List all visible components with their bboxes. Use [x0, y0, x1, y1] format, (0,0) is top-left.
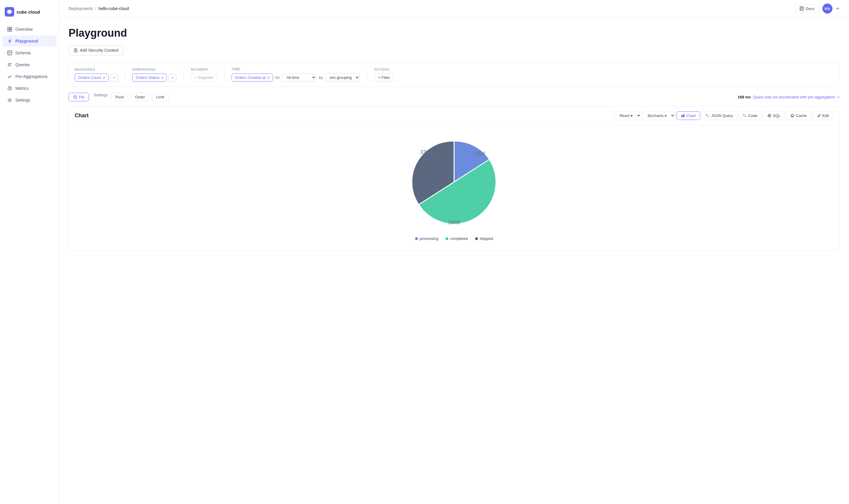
divider-4	[367, 69, 367, 80]
svg-rect-14	[681, 115, 682, 117]
tab-sql[interactable]: SQL	[763, 111, 785, 120]
add-security-context-button[interactable]: Add Security Context	[69, 45, 124, 55]
sidebar-item-label-schema: Schema	[15, 51, 31, 55]
segment-placeholder-label: + Segment	[195, 75, 213, 80]
svg-rect-4	[10, 30, 12, 31]
remove-dimension-icon[interactable]: ×	[161, 76, 163, 80]
sidebar-item-overview[interactable]: Overview	[2, 24, 56, 35]
tab-chart[interactable]: Chart	[676, 111, 700, 120]
chart-panel-title: Chart	[75, 112, 89, 119]
sidebar-item-label-settings: Settings	[15, 98, 31, 103]
sidebar-item-pre-aggregations[interactable]: Pre-Aggregations	[2, 71, 56, 82]
measure-tag-orders-count[interactable]: Orders Count ×	[75, 74, 108, 82]
remove-time-icon[interactable]: ×	[267, 76, 270, 80]
divider-3	[224, 69, 224, 80]
segment-section: SEGMENT + Segment	[191, 68, 217, 82]
dimensions-section: DIMENSIONS Orders Status × +	[132, 68, 176, 82]
query-builder: MEASURES Orders Count × + DIMENSIONS	[69, 62, 839, 87]
legend-label-shipped: shipped	[480, 236, 493, 241]
svg-rect-16	[684, 114, 684, 117]
time-range-select[interactable]: All time Last 7 days Last 30 days	[282, 73, 317, 82]
measure-tag-label: Orders Count	[78, 75, 101, 80]
pre-aggregation-link[interactable]: Query was not accelerated with pre-aggre…	[753, 95, 839, 99]
add-filter-button[interactable]: + Filter	[374, 74, 394, 82]
tab-cache[interactable]: Cache	[786, 111, 812, 120]
pivot-button[interactable]: Pivot	[111, 93, 128, 101]
sidebar-item-playground[interactable]: Playground	[2, 35, 56, 47]
sql-icon	[767, 114, 771, 118]
legend-dot-shipped	[475, 237, 478, 240]
pie-label-completed: 3346	[448, 219, 460, 226]
legend-dot-processing	[415, 237, 418, 240]
time-field-label: Orders Created at	[235, 75, 266, 80]
add-dimension-button[interactable]: +	[169, 74, 176, 82]
svg-point-18	[791, 114, 794, 117]
order-button[interactable]: Order	[130, 93, 149, 101]
tab-json-query[interactable]: JSON Query	[701, 111, 737, 120]
segment-label: SEGMENT	[191, 68, 217, 71]
remove-measure-icon[interactable]: ×	[103, 76, 105, 80]
filters-items: + Filter	[374, 74, 394, 82]
chart-panel: Chart React ▾ Bizcharts ▾ Chart	[69, 106, 839, 251]
settings-buttons: Settings: Pivot Order Limit	[94, 93, 169, 101]
docs-button[interactable]: Docs	[795, 4, 819, 13]
svg-rect-5	[8, 51, 12, 55]
tab-code[interactable]: Code	[739, 111, 762, 120]
sidebar-item-label-queries: Queries	[15, 62, 30, 67]
sidebar-item-label-overview: Overview	[15, 27, 33, 32]
filters-section: FILTERS + Filter	[374, 68, 394, 82]
breadcrumb-parent[interactable]: Deployments	[69, 6, 93, 11]
sidebar-nav: Overview Playground Schema Queries	[0, 24, 59, 106]
page-title: Playground	[69, 27, 839, 39]
sidebar-item-schema[interactable]: Schema	[2, 47, 56, 58]
legend-label-completed: completed	[450, 236, 468, 241]
measures-section: MEASURES Orders Count × +	[75, 68, 118, 82]
pie-label-shipped: 3300	[420, 149, 432, 155]
pie-label-processing: 3354	[473, 150, 485, 157]
pie-view-button[interactable]: Pie	[69, 93, 89, 101]
tab-edit[interactable]: Edit	[813, 111, 833, 120]
chart-panel-header: Chart React ▾ Bizcharts ▾ Chart	[69, 106, 839, 125]
code-icon	[743, 114, 747, 118]
svg-point-9	[9, 100, 11, 101]
legend-dot-completed	[446, 237, 448, 240]
sidebar-item-label-pre-aggregations: Pre-Aggregations	[15, 74, 48, 79]
chart-legend: processing completed shipped	[415, 236, 493, 241]
perf-ms-label: 169 ms	[738, 95, 751, 99]
svg-rect-15	[682, 115, 683, 117]
logo: cube cloud	[0, 5, 59, 24]
edit-icon	[817, 114, 821, 118]
aggregations-icon	[7, 74, 13, 79]
time-label: TIME	[232, 67, 360, 71]
svg-rect-1	[8, 27, 10, 29]
add-measure-button[interactable]: +	[110, 74, 118, 82]
filter-btn-label: + Filter	[378, 75, 390, 80]
time-grouping-select[interactable]: w/o grouping Day Week Month	[325, 73, 360, 82]
time-for-label: for	[275, 75, 280, 80]
table-icon	[7, 50, 13, 56]
main-area: Deployments / hello-cube-cloud Docs HA P…	[59, 0, 849, 504]
sidebar-item-metrics[interactable]: Metrics	[2, 83, 56, 94]
library-select[interactable]: Bizcharts ▾	[643, 111, 675, 120]
legend-item-processing: processing	[415, 236, 438, 241]
chart-controls-bar: Pie Settings: Pivot Order Limit 169 ms Q…	[69, 93, 839, 101]
svg-point-12	[75, 51, 76, 51]
settings-label: Settings:	[94, 93, 109, 101]
chevron-down-icon[interactable]	[836, 7, 839, 10]
segment-button[interactable]: + Segment	[191, 74, 217, 82]
pie-chart: 3354 3346 3300	[407, 135, 501, 229]
avatar[interactable]: HA	[823, 3, 832, 14]
measures-items: Orders Count × +	[75, 74, 118, 82]
framework-select[interactable]: React ▾	[614, 111, 641, 120]
docs-icon	[800, 6, 804, 11]
sidebar-item-settings[interactable]: Settings	[2, 94, 56, 106]
segment-items: + Segment	[191, 74, 217, 82]
sidebar-item-label-playground: Playground	[15, 39, 38, 43]
settings-icon	[7, 97, 13, 103]
time-field-tag[interactable]: Orders Created at ×	[232, 74, 273, 82]
breadcrumb-separator: /	[95, 6, 96, 11]
json-query-icon	[706, 114, 709, 118]
limit-button[interactable]: Limit	[152, 93, 169, 101]
dimension-tag-orders-status[interactable]: Orders Status ×	[132, 74, 167, 82]
sidebar-item-queries[interactable]: Queries	[2, 59, 56, 70]
